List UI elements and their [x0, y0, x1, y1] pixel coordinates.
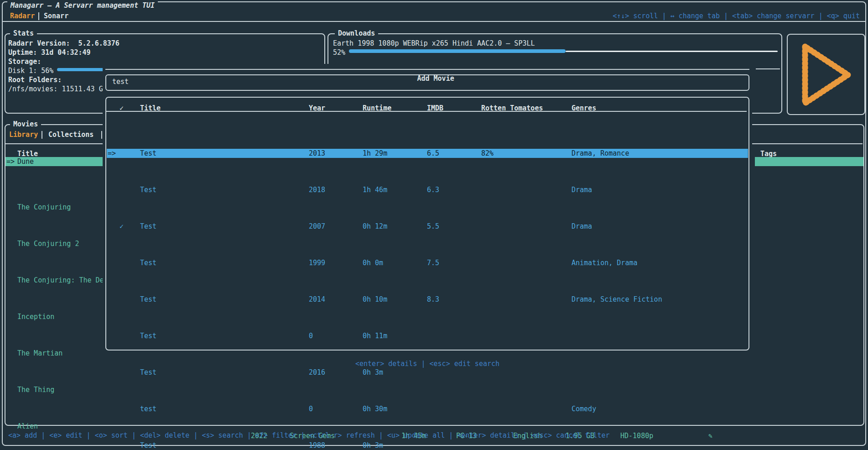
tab-radarr[interactable]: Radarr	[10, 11, 35, 21]
root-folder-value: /nfs/movies: 11511.43 GB	[8, 84, 107, 94]
results-header-divider	[106, 111, 747, 112]
download-percent-label: 52%	[333, 48, 345, 57]
modal-keybind-hints: <enter> details | <esc> edit search	[105, 359, 749, 368]
managarr-logo-icon	[788, 35, 864, 114]
movie-result-row[interactable]: => Test 2013 1h 29m 6.5 82% Drama, Roman…	[107, 149, 748, 158]
result-runtime: 0h 12m	[363, 222, 387, 231]
disk-usage-label: Disk 1: 56%	[8, 66, 53, 75]
movie-result-row[interactable]: Test 0 0h 11m	[107, 331, 748, 340]
result-runtime: 1h 46m	[363, 185, 387, 194]
result-title: Test	[140, 331, 307, 340]
result-year: 1999	[309, 258, 325, 267]
stats-panel-title: Stats	[10, 29, 37, 38]
global-keybind-hints: <↑↓> scroll | ↔ change tab | <tab> chang…	[611, 11, 860, 21]
movie-result-row[interactable]: Test 2016 0h 3m	[107, 368, 748, 377]
movie-result-row[interactable]: Test 1988 0h 3m	[107, 441, 748, 450]
movie-result-row[interactable]: Test 1999 0h 0m 7.5 Animation, Drama	[107, 258, 748, 267]
tab-sonarr[interactable]: Sonarr	[44, 11, 68, 21]
result-imdb-rating: 7.5	[427, 258, 439, 267]
logo-panel	[787, 34, 865, 115]
movies-panel-title: Movies	[10, 120, 41, 129]
movie-result-row[interactable]: test 0 0h 30m Comedy	[107, 404, 748, 413]
result-runtime: 0h 3m	[363, 441, 383, 450]
panel-border-fragment	[756, 68, 780, 69]
result-title: Test	[140, 222, 307, 231]
root-folders-label: Root Folders:	[8, 75, 62, 84]
result-genres: Comedy	[572, 404, 596, 413]
result-year: 2016	[309, 368, 325, 377]
result-year: 0	[309, 404, 313, 413]
results-rows: => Test 2013 1h 29m 6.5 82% Drama, Roman…	[107, 112, 748, 450]
result-genres: Drama, Romance	[572, 149, 629, 158]
result-runtime: 0h 30m	[363, 404, 387, 413]
library-movie-list: The Conjuring The Conjuring 2 The Conjur…	[5, 166, 103, 450]
selected-movie-title: Dune	[17, 157, 34, 166]
tab-collections[interactable]: Collections	[48, 130, 94, 139]
selected-row-marker: =>	[6, 157, 15, 166]
result-year: 0	[309, 331, 313, 340]
library-keybind-hints: <a> add | <e> edit | <o> sort | <del> de…	[8, 431, 610, 440]
result-title: Test	[140, 368, 307, 377]
tab-library[interactable]: Library	[9, 130, 38, 139]
downloads-panel-title: Downloads	[335, 29, 378, 38]
download-progress-bar-remaining	[566, 51, 778, 52]
result-year: 2014	[309, 295, 325, 304]
result-genres: Drama	[572, 185, 592, 194]
tab-separator	[38, 12, 39, 20]
result-title: Test	[140, 295, 307, 304]
movie-result-row[interactable]: Test 2018 1h 46m 6.3 Drama	[107, 185, 748, 194]
uptime: Uptime: 31d 04:32:49	[8, 48, 91, 57]
search-input-value: test	[112, 77, 129, 86]
library-movie-row[interactable]: Alien	[5, 422, 103, 431]
result-runtime: 1h 29m	[363, 149, 387, 158]
library-movie-row[interactable]: The Martian	[5, 349, 103, 358]
download-progress-bar-filled	[349, 49, 566, 53]
selected-row-marker: =>	[108, 149, 116, 158]
result-year: 2018	[309, 185, 325, 194]
library-movie-row[interactable]: The Conjuring 2	[5, 239, 103, 248]
library-movie-row[interactable]: The Conjuring	[5, 203, 103, 212]
library-movie-row[interactable]: Inception	[5, 312, 103, 321]
result-title: Test	[140, 185, 307, 194]
storage-label: Storage:	[8, 57, 41, 66]
result-title: Test	[140, 441, 307, 450]
result-title: Test	[140, 149, 307, 158]
result-imdb-rating: 6.5	[427, 149, 439, 158]
movie-result-row[interactable]: ✓ Test 2007 0h 12m 5.5 Drama	[107, 222, 748, 231]
result-genres: Drama	[572, 222, 592, 231]
result-title: test	[140, 404, 307, 413]
library-movie-row[interactable]: The Thing	[5, 385, 103, 394]
library-movie-row[interactable]: The Conjuring: The De	[5, 276, 103, 285]
result-rotten-tomatoes: 82%	[481, 149, 494, 158]
in-library-check-icon: ✓	[120, 222, 124, 231]
result-runtime: 0h 0m	[363, 258, 383, 267]
movie-search-input[interactable]: test	[105, 74, 749, 91]
result-runtime: 0h 3m	[363, 368, 383, 377]
library-selected-row[interactable]: => Dune	[5, 157, 103, 166]
managarr-app: Managarr — A Servarr management TUI <↑↓>…	[0, 0, 868, 450]
result-year: 1988	[309, 441, 325, 450]
app-title: Managarr — A Servarr management TUI	[7, 1, 158, 10]
result-imdb-rating: 8.3	[427, 295, 439, 304]
library-tab-separator	[42, 131, 42, 139]
result-runtime: 0h 11m	[363, 331, 387, 340]
radarr-version: Radarr Version: 5.2.6.8376	[8, 39, 120, 48]
header-divider	[3, 21, 865, 22]
result-imdb-rating: 5.5	[427, 222, 439, 231]
result-title: Test	[140, 258, 307, 267]
result-imdb-rating: 6.3	[427, 185, 439, 194]
movie-result-row[interactable]: Test 2014 0h 10m 8.3 Drama, Science Fict…	[107, 295, 748, 304]
result-year: 2007	[309, 222, 325, 231]
disk-usage-bar	[57, 68, 107, 71]
collections-tab-separator	[101, 131, 102, 139]
result-runtime: 0h 10m	[363, 295, 387, 304]
result-genres: Animation, Drama	[572, 258, 638, 267]
result-genres: Drama, Science Fiction	[572, 295, 662, 304]
library-selected-row-tags-cell	[755, 157, 863, 166]
download-item-title: Earth 1998 1080p WEBRip x265 Hindi AAC2.…	[333, 39, 535, 48]
result-year: 2013	[309, 149, 325, 158]
